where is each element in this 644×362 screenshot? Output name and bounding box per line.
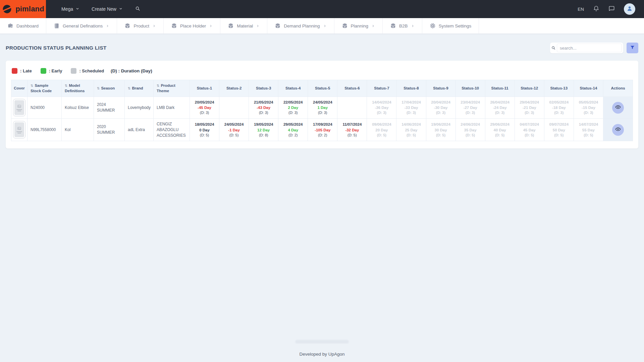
menubar-item-label: Product bbox=[133, 23, 149, 28]
status-duration: (D: 3) bbox=[546, 110, 572, 115]
status-delta: -45 Day bbox=[192, 105, 217, 110]
menubar-item-demand-planning[interactable]: Demand Planning bbox=[267, 18, 334, 34]
brand-cell: Lovemybody bbox=[125, 97, 154, 119]
status-duration: (D: 2) bbox=[280, 133, 306, 138]
logo[interactable]: pimland bbox=[0, 0, 46, 18]
status-duration: (D: 3) bbox=[428, 110, 454, 115]
status-delta: 30 Day bbox=[428, 127, 454, 133]
cover-thumbnail[interactable] bbox=[13, 99, 25, 116]
status-delta: 25 Day bbox=[398, 127, 424, 133]
chevron-right-icon bbox=[152, 24, 156, 28]
status-date: 24/05/2024 bbox=[221, 122, 247, 127]
late-swatch bbox=[12, 68, 17, 74]
bell-icon bbox=[593, 5, 599, 13]
chevron-right-icon bbox=[106, 24, 109, 28]
status-delta: -24 Day bbox=[487, 105, 513, 110]
column-header-status-2: Status-2 bbox=[219, 80, 249, 97]
status-6-cell: 11/07/2024-32 Day(D: 5) bbox=[337, 119, 367, 141]
column-header-status-3: Status-3 bbox=[249, 80, 278, 97]
menubar-item-system-settings[interactable]: System Settings bbox=[422, 18, 479, 34]
messages-button[interactable] bbox=[608, 5, 615, 13]
menubar-item-product[interactable]: Product bbox=[117, 18, 164, 34]
notifications-button[interactable] bbox=[593, 5, 599, 13]
book-icon bbox=[54, 23, 60, 29]
column-header-model-definitions[interactable]: ⇅Model Definitions bbox=[62, 80, 94, 97]
column-header-status-7: Status-7 bbox=[367, 80, 396, 97]
menubar-item-general-definations[interactable]: General Definations bbox=[46, 18, 117, 34]
menubar-item-planning[interactable]: Planning bbox=[334, 18, 383, 34]
status-12-cell: 29/04/2024-21 Day(D: 3) bbox=[515, 97, 544, 119]
legend-item-late: : Late bbox=[12, 68, 32, 74]
nav-item-mega-label: Mega bbox=[61, 6, 73, 12]
menubar-item-label: Material bbox=[237, 23, 253, 28]
status-2-cell: 24/05/2024-1 Day(D: 5) bbox=[219, 119, 249, 141]
image-placeholder-icon bbox=[14, 100, 24, 115]
status-5-cell: 24/05/20241 Day(D: 3) bbox=[308, 97, 337, 119]
menubar-item-material[interactable]: Material bbox=[220, 18, 267, 34]
chevron-right-icon bbox=[371, 24, 375, 28]
status-13-cell: 09/07/202450 Day(D: 5) bbox=[544, 119, 574, 141]
briefcase-icon bbox=[7, 23, 13, 29]
status-duration: (D: 3) bbox=[280, 110, 306, 115]
status-date: 18/05/2024 bbox=[192, 122, 217, 127]
season-cell: 2020 SUMMER bbox=[94, 119, 125, 141]
column-header-brand[interactable]: ⇅Brand bbox=[125, 80, 154, 97]
navbar-search-button[interactable] bbox=[135, 6, 141, 13]
status-date: 09/07/2024 bbox=[546, 122, 572, 127]
status-4-cell: 22/05/20242 Day(D: 3) bbox=[278, 97, 308, 119]
nav-item-mega[interactable]: Mega bbox=[61, 6, 79, 12]
search-input[interactable] bbox=[557, 44, 622, 52]
status-duration: (D: 3) bbox=[310, 110, 335, 115]
status-9-cell: 19/06/202430 Day(D: 5) bbox=[426, 119, 455, 141]
status-date: 23/04/2024 bbox=[458, 100, 483, 105]
column-header-season[interactable]: ⇅Season bbox=[94, 80, 125, 97]
menubar-item-label: General Definations bbox=[63, 23, 103, 28]
language-selector[interactable]: EN bbox=[578, 7, 584, 12]
status-date: 21/05/2024 bbox=[251, 100, 276, 105]
column-header-sample-stock-code[interactable]: ⇅Sample Stock Code bbox=[28, 80, 62, 97]
cover-thumbnail[interactable] bbox=[13, 121, 25, 138]
status-3-cell: 19/05/202412 Day(D: 8) bbox=[249, 119, 278, 141]
status-8-cell: 14/06/202425 Day(D: 5) bbox=[396, 119, 426, 141]
status-delta: 55 Day bbox=[576, 127, 601, 133]
filter-button[interactable] bbox=[627, 43, 638, 53]
view-button[interactable] bbox=[612, 102, 624, 114]
column-header-product-theme[interactable]: ⇅Product Theme bbox=[154, 80, 190, 97]
status-date: 17/04/2024 bbox=[398, 100, 424, 105]
menubar-item-place-holder[interactable]: Place Holder bbox=[164, 18, 220, 34]
model-definitions-cell: Kolsuz Elbise bbox=[62, 97, 94, 119]
status-1-cell: 20/05/2024-45 Day(D: 3) bbox=[190, 97, 219, 119]
status-delta: -36 Day bbox=[369, 105, 394, 110]
column-header-status-9: Status-9 bbox=[426, 80, 455, 97]
nav-item-create-new[interactable]: Create New bbox=[92, 6, 123, 12]
status-delta: 40 Day bbox=[487, 127, 513, 133]
filter-funnel-icon bbox=[630, 45, 635, 51]
status-3-cell: 21/05/2024-43 Day(D: 3) bbox=[249, 97, 278, 119]
status-4-cell: 29/05/20244 Day(D: 2) bbox=[278, 119, 308, 141]
status-duration: (D: 3) bbox=[251, 110, 276, 115]
status-duration: (D: 5) bbox=[221, 133, 247, 138]
status-date: 29/05/2024 bbox=[280, 122, 306, 127]
sample-stock-code-cell: N99L7558000 bbox=[28, 119, 62, 141]
view-button[interactable] bbox=[612, 124, 624, 136]
status-duration: (D: 5) bbox=[369, 133, 394, 138]
menubar-item-dashboard[interactable]: Dashboard bbox=[0, 18, 46, 34]
status-delta: 0 Day bbox=[192, 127, 217, 133]
status-date: 11/07/2024 bbox=[339, 122, 365, 127]
status-date: 14/04/2024 bbox=[369, 100, 394, 105]
status-delta: 2 Day bbox=[280, 105, 306, 110]
column-header-status-4: Status-4 bbox=[278, 80, 308, 97]
status-delta: -27 Day bbox=[458, 105, 483, 110]
box-icon bbox=[228, 23, 234, 29]
actions-cell bbox=[603, 119, 633, 141]
status-date: 19/05/2024 bbox=[251, 122, 276, 127]
chevron-right-icon bbox=[323, 24, 327, 28]
status-2-cell bbox=[219, 97, 249, 119]
status-duration: (D: 3) bbox=[458, 110, 483, 115]
user-avatar[interactable] bbox=[624, 3, 635, 15]
status-14-cell: 14/07/202455 Day(D: 5) bbox=[574, 119, 603, 141]
status-duration: (D: 5) bbox=[458, 133, 483, 138]
menubar-item-b2b[interactable]: B2B bbox=[383, 18, 422, 34]
status-date: 26/04/2024 bbox=[487, 100, 513, 105]
legend-item-scheduled: : Scheduled bbox=[71, 68, 104, 74]
